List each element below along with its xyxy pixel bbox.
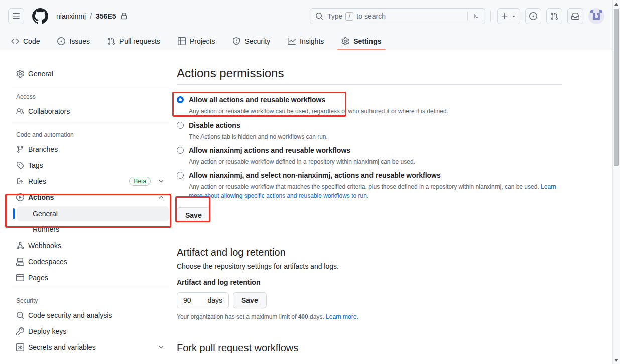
tab-label: Security	[244, 37, 270, 45]
artifact-retention-section: Artifact and log retention Choose the re…	[177, 247, 562, 320]
radio-allow-owner-actions[interactable]	[177, 147, 184, 154]
breadcrumb: nianxinmj / 356E5	[56, 12, 128, 20]
breadcrumb-repo-link[interactable]: 356E5	[96, 12, 116, 20]
global-search-input[interactable]: Type / to search	[310, 8, 485, 24]
sidebar-item-branches[interactable]: Branches	[12, 142, 169, 156]
sidebar-subitem-actions-general[interactable]: General	[17, 206, 169, 221]
sidebar-item-deploy-keys[interactable]: Deploy keys	[12, 324, 169, 338]
radio-disable-actions[interactable]	[177, 122, 184, 129]
sidebar-item-tags[interactable]: Tags	[12, 158, 169, 172]
global-nav-menu-button[interactable]	[8, 8, 24, 24]
pull-requests-dashboard-button[interactable]	[546, 8, 562, 24]
tab-insights[interactable]: Insights	[284, 32, 328, 50]
learn-more-link[interactable]: Learn more.	[326, 313, 358, 320]
sidebar-item-label: Actions	[28, 193, 154, 201]
tab-projects[interactable]: Projects	[174, 32, 219, 50]
tab-settings[interactable]: Settings	[337, 32, 385, 50]
sidebar-item-label: Deploy keys	[28, 327, 165, 335]
gear-icon	[341, 37, 349, 45]
tab-label: Code	[23, 37, 40, 45]
breadcrumb-separator: /	[89, 12, 93, 20]
code-icon	[11, 37, 19, 45]
sidebar-item-secrets-variables[interactable]: Secrets and variables	[12, 340, 169, 354]
option-allow-all-actions: Allow all actions and reusable workflows…	[177, 95, 562, 116]
hamburger-icon	[12, 12, 20, 20]
scrollbar-down-arrow[interactable]	[613, 356, 620, 364]
save-retention-button[interactable]: Save	[233, 292, 267, 308]
sidebar-item-actions[interactable]: Actions	[12, 190, 169, 204]
actions-settings-panel: Actions permissions Allow all actions an…	[177, 50, 562, 364]
search-icon	[315, 12, 323, 20]
sidebar-item-codespaces[interactable]: Codespaces	[12, 255, 169, 269]
option-label[interactable]: Disable actions	[189, 121, 240, 129]
project-table-icon	[178, 37, 186, 45]
search-placeholder: Type / to search	[327, 12, 386, 21]
sidebar-item-label: Code security and analysis	[28, 311, 165, 319]
private-repo-lock-icon	[120, 13, 128, 20]
tab-label: Projects	[190, 37, 215, 45]
issue-opened-icon	[57, 37, 65, 45]
notifications-inbox-button[interactable]	[567, 8, 583, 24]
command-palette-icon[interactable]	[472, 12, 480, 20]
play-icon	[16, 193, 24, 201]
option-description: Any action or reusable workflow defined …	[189, 157, 562, 166]
option-label[interactable]: Allow nianxinmj actions and reusable wor…	[189, 146, 350, 154]
option-label[interactable]: Allow all actions and reusable workflows	[189, 96, 325, 104]
tab-label: Pull requests	[119, 37, 160, 45]
chevron-up-icon[interactable]	[158, 194, 165, 201]
sidebar-item-webhooks[interactable]: Webhooks	[12, 238, 169, 253]
shield-icon	[232, 37, 240, 45]
tab-label: Issues	[69, 37, 89, 45]
option-description: Any action or reusable workflow that mat…	[189, 182, 562, 200]
option-label[interactable]: Allow nianxinmj, and select non-nianxinm…	[189, 171, 441, 179]
option-allow-select-actions: Allow nianxinmj, and select non-nianxinm…	[177, 170, 562, 200]
option-description: Any action or reusable workflow can be u…	[189, 107, 562, 116]
key-icon	[16, 327, 24, 335]
sidebar-item-pages[interactable]: Pages	[12, 271, 169, 285]
tab-security[interactable]: Security	[228, 32, 274, 50]
breadcrumb-owner-link[interactable]: nianxinmj	[56, 12, 86, 20]
sidebar-item-label: Collaborators	[28, 107, 165, 115]
search-divider	[467, 12, 468, 21]
tab-label: Insights	[300, 37, 324, 45]
codescan-icon	[16, 311, 24, 319]
radio-allow-all-actions[interactable]	[177, 96, 184, 103]
retention-note: Your organization has set a maximum limi…	[177, 313, 562, 320]
user-avatar[interactable]	[588, 8, 604, 24]
chevron-down-icon[interactable]	[158, 178, 165, 185]
github-logo-icon[interactable]	[32, 8, 48, 24]
sidebar-item-general[interactable]: General	[12, 67, 169, 81]
git-pull-request-icon	[107, 37, 115, 45]
sidebar-divider	[12, 289, 169, 289]
retention-value: 90	[183, 296, 191, 304]
option-allow-owner-actions: Allow nianxinmj actions and reusable wor…	[177, 145, 562, 166]
tab-pull-requests[interactable]: Pull requests	[103, 32, 164, 50]
sidebar-divider	[12, 85, 169, 85]
sidebar-item-code-security[interactable]: Code security and analysis	[12, 308, 169, 322]
scrollbar-up-arrow[interactable]	[613, 0, 620, 8]
retention-field-label: Artifact and log retention	[177, 278, 562, 286]
retention-unit: days	[207, 296, 222, 304]
sidebar-item-label: Secrets and variables	[28, 343, 154, 351]
sidebar-item-collaborators[interactable]: Collaborators	[12, 104, 169, 118]
option-disable-actions: Disable actions The Actions tab is hidde…	[177, 120, 562, 141]
page-scrollbar[interactable]	[612, 0, 620, 364]
radio-allow-select-actions[interactable]	[177, 172, 184, 179]
scrollbar-thumb[interactable]	[614, 9, 619, 166]
sidebar-item-label: Branches	[28, 145, 165, 153]
repo-nav-tabs: Code Issues Pull requests Projects Secur…	[0, 32, 612, 50]
git-pull-request-icon	[550, 12, 558, 20]
github-settings-page: nianxinmj / 356E5 Type / to search	[0, 0, 612, 364]
retention-days-input[interactable]: 90 days	[177, 292, 229, 308]
sidebar-subitem-actions-runners[interactable]: Runners	[17, 222, 169, 236]
fork-workflows-section-title: Fork pull request workflows	[177, 342, 562, 354]
issues-dashboard-button[interactable]	[525, 8, 541, 24]
chevron-down-icon[interactable]	[158, 344, 165, 351]
graph-icon	[288, 37, 296, 45]
save-actions-permissions-button[interactable]: Save	[177, 207, 210, 223]
create-new-button[interactable]	[497, 8, 520, 24]
tab-code[interactable]: Code	[7, 32, 44, 50]
sidebar-item-label: General	[33, 210, 58, 218]
sidebar-item-rules[interactable]: Rules Beta	[12, 174, 169, 188]
tab-issues[interactable]: Issues	[53, 32, 93, 50]
